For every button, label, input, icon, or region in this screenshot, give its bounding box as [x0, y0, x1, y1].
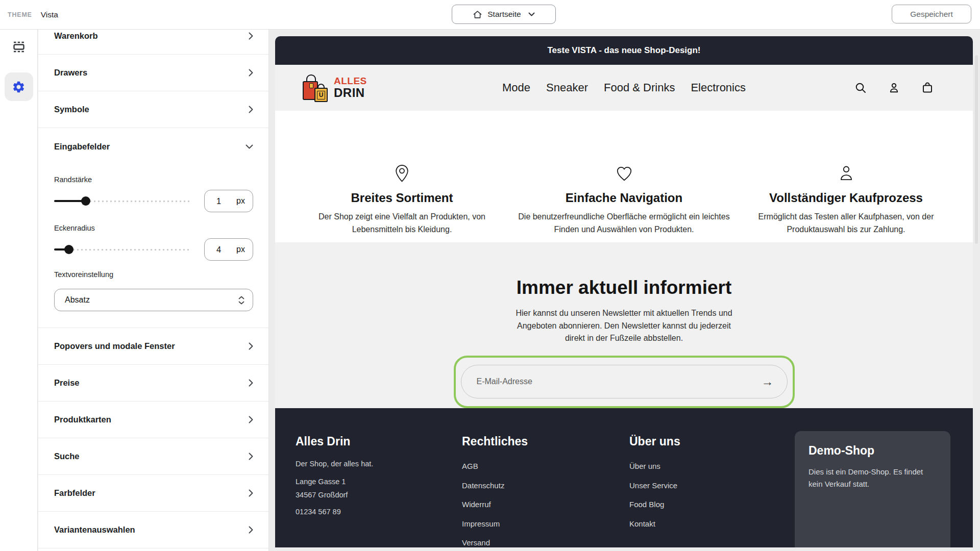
editor-topbar: THEME Vista Startseite Gespeichert — [0, 0, 980, 30]
accordion-row-symbole[interactable]: Symbole — [38, 91, 268, 128]
footer-link-kontakt[interactable]: Kontakt — [629, 519, 680, 528]
account-icon[interactable] — [888, 82, 900, 94]
logo-bag-letter: U — [317, 91, 326, 99]
footer-link-food-blog[interactable]: Food Blog — [629, 500, 680, 509]
text-preset-select[interactable]: Absatz — [54, 289, 253, 311]
chevron-right-icon — [249, 106, 253, 113]
logo-text-bottom: DRIN — [334, 87, 367, 99]
chevron-right-icon — [249, 32, 253, 40]
accordion-label: Drawers — [54, 68, 87, 78]
chevron-right-icon — [249, 379, 253, 387]
accordion-label: Eingabefelder — [54, 142, 110, 152]
chevron-right-icon — [249, 342, 253, 350]
footer-link-ueber-uns[interactable]: Über uns — [629, 462, 680, 470]
select-chevrons-icon — [238, 296, 244, 305]
shop-main-nav: Mode Sneaker Food & Drinks Electronics — [502, 65, 746, 111]
chevron-right-icon — [249, 489, 253, 497]
shop-logo[interactable]: U ALLES DRIN — [303, 72, 367, 102]
nav-item-mode[interactable]: Mode — [502, 81, 530, 94]
feature-text: Ermöglicht das Testen aller Kaufphasen, … — [739, 210, 953, 236]
footer-link-impressum[interactable]: Impressum — [462, 519, 528, 528]
accordion-row-suche[interactable]: Suche — [38, 438, 268, 475]
page-selector-button[interactable]: Startseite — [452, 5, 556, 24]
footer-link-agb[interactable]: AGB — [462, 462, 528, 470]
footer-legal-title: Rechtliches — [462, 435, 528, 448]
accordion-label: Produktkarten — [54, 415, 111, 424]
accordion-label: Warenkorb — [54, 31, 98, 41]
theme-settings-panel: Warenkorb Drawers Symbole Eingabefelder … — [38, 30, 269, 551]
newsletter-block-selection-outline[interactable]: → — [454, 356, 795, 409]
theme-label: THEME — [8, 11, 32, 18]
border-width-input[interactable]: 1 px — [204, 190, 253, 212]
feature-text: Der Shop zeigt eine Vielfalt an Produkte… — [295, 210, 509, 236]
footer-link-widerruf[interactable]: Widerruf — [462, 500, 528, 509]
accordion-row-produktkarten[interactable]: Produktkarten — [38, 402, 268, 438]
feature-title: Einfache Navigation — [517, 191, 731, 205]
feature-column-kaufprozess[interactable]: Vollständiger Kaufprozess Ermöglicht das… — [739, 111, 953, 242]
nav-item-electronics[interactable]: Electronics — [691, 81, 746, 94]
email-input[interactable] — [477, 377, 762, 386]
feature-title: Breites Sortiment — [295, 191, 509, 205]
sections-icon — [12, 40, 26, 54]
footer-brand-column: Alles Drin Der Shop, der alles hat. Lang… — [296, 435, 433, 516]
feature-text: Die benutzerfreundliche Oberfläche ermög… — [517, 210, 731, 236]
home-icon — [473, 10, 482, 19]
accordion-row-preise[interactable]: Preise — [38, 365, 268, 402]
footer-link-datenschutz[interactable]: Datenschutz — [462, 481, 528, 490]
footer-address-line2: 34567 Großdorf — [296, 488, 433, 502]
rail-item-sections[interactable] — [5, 33, 33, 61]
text-preset-label: Textvoreinstellung — [54, 270, 253, 279]
nav-item-food-drinks[interactable]: Food & Drinks — [604, 81, 675, 94]
person-icon — [739, 164, 953, 183]
accordion-label: Preise — [54, 378, 80, 388]
chevron-down-icon — [246, 144, 253, 149]
logo-text-top: ALLES — [334, 76, 367, 86]
accordion-label: Variantenauswahlen — [54, 525, 135, 535]
newsletter-submit-arrow[interactable]: → — [762, 375, 774, 388]
accordion-row-variantenauswahlen[interactable]: Variantenauswahlen — [38, 512, 268, 548]
save-status-button[interactable]: Gespeichert — [892, 5, 971, 23]
slider-thumb[interactable] — [64, 245, 74, 254]
search-icon[interactable] — [854, 82, 867, 94]
nav-item-sneaker[interactable]: Sneaker — [546, 81, 588, 94]
map-pin-icon — [295, 164, 509, 183]
accordion-row-eingabefelder[interactable]: Eingabefelder — [38, 128, 268, 165]
page-selector-label: Startseite — [487, 10, 521, 19]
shop-header-icons — [854, 65, 934, 111]
corner-radius-label: Eckenradius — [54, 224, 253, 232]
footer-link-unser-service[interactable]: Unser Service — [629, 481, 680, 490]
accordion-row-popovers[interactable]: Popovers und modale Fenster — [38, 328, 268, 365]
footer-link-versand[interactable]: Versand — [462, 538, 528, 547]
feature-column-sortiment[interactable]: Breites Sortiment Der Shop zeigt eine Vi… — [295, 111, 509, 242]
footer-phone: 01234 567 89 — [296, 508, 433, 516]
footer-about-title: Über uns — [629, 435, 680, 448]
newsletter-email-field[interactable]: → — [461, 365, 788, 398]
slider-thumb[interactable] — [81, 196, 90, 206]
shopping-bags-logo-icon: U — [303, 72, 329, 102]
accordion-label: Farbfelder — [54, 488, 95, 498]
accordion-row-farbfelder[interactable]: Farbfelder — [38, 475, 268, 512]
announcement-bar[interactable]: Teste VISTA - das neue Shop-Design! — [275, 36, 973, 65]
heart-icon — [517, 164, 731, 183]
demo-card-text: Dies ist ein Demo-Shop. Es findet kein V… — [808, 466, 936, 490]
preview-canvas: Teste VISTA - das neue Shop-Design! U AL… — [270, 30, 980, 551]
accordion-label: Symbole — [54, 105, 89, 114]
chevron-down-icon — [528, 12, 535, 16]
corner-radius-value: 4 — [216, 245, 221, 255]
newsletter-text: Hier kannst du unseren Newsletter mit ak… — [510, 307, 739, 345]
footer-legal-column: Rechtliches AGB Datenschutz Widerruf Imp… — [462, 435, 528, 547]
cart-bag-icon[interactable] — [921, 81, 934, 94]
accordion-row-warenkorb[interactable]: Warenkorb — [38, 30, 268, 55]
accordion-row-drawers[interactable]: Drawers — [38, 55, 268, 91]
text-preset-value: Absatz — [65, 295, 90, 305]
feature-column-navigation[interactable]: Einfache Navigation Die benutzerfreundli… — [517, 111, 731, 242]
footer-address-line1: Lange Gasse 1 — [296, 475, 433, 488]
footer-brand-tagline: Der Shop, der alles hat. — [296, 460, 433, 468]
corner-radius-slider[interactable] — [54, 245, 190, 254]
rail-item-theme-settings[interactable] — [5, 72, 33, 101]
preview-scrollbar[interactable] — [975, 55, 978, 244]
border-width-slider[interactable] — [54, 196, 190, 206]
gear-icon — [12, 80, 26, 94]
corner-radius-input[interactable]: 4 px — [204, 238, 253, 261]
newsletter-title: Immer aktuell informiert — [517, 277, 732, 298]
